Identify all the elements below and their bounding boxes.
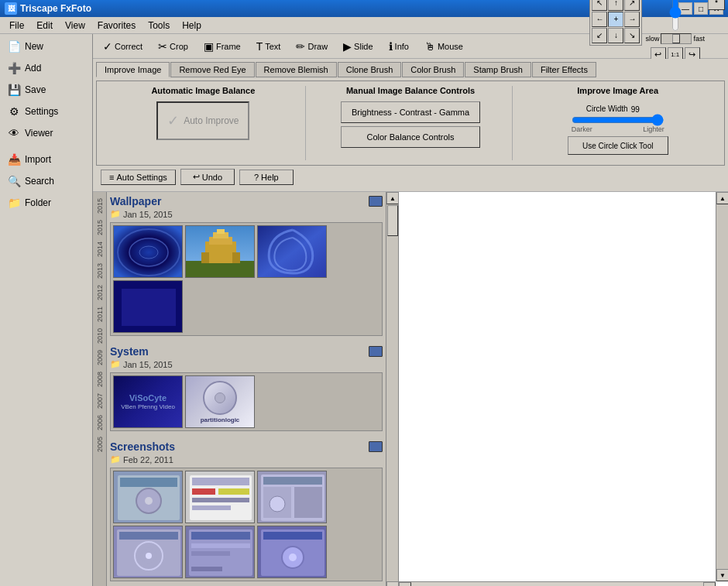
thumb-visocyte[interactable]: ViSoCyte VBen Pfenng Video	[113, 375, 183, 428]
group-icon-system[interactable]	[369, 346, 383, 357]
toolbar-draw[interactable]: ✏ Draw	[289, 36, 335, 57]
menu-favorites[interactable]: Favorites	[91, 19, 142, 33]
image-scroll-left[interactable]: ◄	[399, 582, 411, 587]
nav-center[interactable]: +	[608, 12, 623, 27]
group-icon-screenshots[interactable]	[369, 441, 383, 452]
svg-rect-25	[192, 498, 249, 502]
svg-point-38	[146, 553, 152, 559]
nav-grid: ↖ ↑ ↗ ← + → ↙ ↓ ↘	[592, 0, 640, 43]
sidebar-item-viewer[interactable]: 👁 Viewer	[2, 123, 91, 143]
toolbar-mouse[interactable]: 🖱 Mouse	[417, 36, 470, 57]
auto-settings-button[interactable]: ≡ Auto Settings	[101, 170, 176, 185]
toolbar-correct[interactable]: ✓ Correct	[96, 36, 149, 57]
panel-toggle[interactable]: ▪	[708, 0, 725, 10]
svg-rect-42	[191, 543, 250, 548]
sidebar-item-settings[interactable]: ⚙ Settings	[2, 101, 91, 122]
tab-remove-blemish[interactable]: Remove Blemish	[256, 62, 337, 77]
thumb-wallpaper-1[interactable]	[113, 225, 183, 278]
help-button[interactable]: ? Help	[239, 170, 294, 185]
speed-fast-label: fast	[693, 35, 705, 43]
year-labels: 2015 2015 2014 2013 2012 2011 2010 2009 …	[93, 192, 107, 586]
nav-upright[interactable]: ↗	[624, 0, 640, 11]
zoom-slider[interactable]	[670, 0, 681, 32]
nav-upleft[interactable]: ↖	[592, 0, 607, 11]
svg-rect-6	[205, 242, 236, 263]
thumb-ss3[interactable]	[257, 471, 327, 523]
sidebar-item-import[interactable]: 📥 Import	[2, 149, 91, 170]
sidebar-item-new[interactable]: 📄 New	[2, 36, 91, 57]
year-2005: 2005	[95, 434, 105, 455]
svg-point-32	[270, 496, 285, 512]
tab-remove-red-eye[interactable]: Remove Red Eye	[170, 62, 254, 77]
auto-title: Automatic Image Balance	[151, 86, 255, 95]
image-scroll-down[interactable]: ▼	[716, 569, 728, 581]
group-title-wallpaper: Wallpaper	[110, 195, 161, 207]
brightness-button[interactable]: Brightness - Contrast - Gamma	[341, 101, 480, 123]
sidebar-item-search[interactable]: 🔍 Search	[2, 171, 91, 191]
improve-title: Improve Image Area	[577, 86, 658, 95]
tab-filter-effects[interactable]: Filter Effects	[532, 62, 596, 77]
image-vtrack[interactable]	[716, 204, 728, 569]
group-date-screenshots: 📁 Feb 22, 2011	[110, 454, 383, 464]
year-2006: 2006	[95, 412, 105, 434]
image-scroll-right[interactable]: ►	[703, 582, 716, 587]
sidebar-item-folder[interactable]: 📁 Folder	[2, 193, 91, 213]
nav-downright[interactable]: ↘	[624, 28, 640, 43]
year-2007: 2007	[95, 390, 105, 412]
tab-stamp-brush[interactable]: Stamp Brush	[465, 62, 531, 77]
sidebar-item-save[interactable]: 💾 Save	[2, 80, 91, 100]
scroll-down-arrow[interactable]: ▼	[386, 581, 399, 586]
group-icon-wallpaper[interactable]	[369, 196, 383, 207]
nav-right[interactable]: →	[624, 12, 640, 27]
add-icon: ➕	[6, 60, 22, 76]
year-2015b: 2015	[95, 217, 105, 238]
toolbar-text[interactable]: T Text	[249, 36, 288, 57]
nav-up[interactable]: ↑	[608, 0, 623, 11]
thumb-ss1[interactable]	[113, 471, 183, 523]
thumb-wallpaper-2[interactable]	[185, 225, 255, 278]
thumb-ss6[interactable]	[257, 526, 327, 578]
tab-clone-brush[interactable]: Clone Brush	[338, 62, 402, 77]
thumb-wallpaper-3[interactable]	[257, 225, 327, 278]
menu-view[interactable]: View	[59, 19, 91, 33]
improve-section: Improve Image Area Circle Width 99 Darke…	[516, 86, 719, 160]
toolbar-crop[interactable]: ✂ Crop	[151, 36, 195, 57]
nav-left[interactable]: ←	[592, 12, 607, 27]
menu-edit[interactable]: Edit	[30, 19, 59, 33]
circle-width-slider[interactable]	[572, 115, 664, 125]
thumb-wallpaper-4[interactable]	[113, 280, 183, 333]
mouse-icon: 🖱	[424, 40, 435, 53]
toolbar: ✓ Correct ✂ Crop ▣ Frame T Text ✏ Draw ▶…	[93, 34, 728, 59]
toolbar-info[interactable]: ℹ Info	[382, 36, 416, 57]
speed-track[interactable]	[661, 33, 692, 44]
menu-tools[interactable]: Tools	[142, 19, 176, 33]
nav-downleft[interactable]: ↙	[592, 28, 607, 43]
gallery-group-screenshots: Screenshots 📁 Feb 22, 2011	[110, 440, 383, 581]
year-2010: 2010	[95, 325, 105, 347]
edit-content: Automatic Image Balance ✓ Auto Improve M…	[96, 81, 725, 166]
partition-art: partitionlogic	[186, 376, 254, 427]
gallery-scroll-area[interactable]: Wallpaper 📁 Jan 15, 2015	[107, 192, 386, 586]
menu-file[interactable]: File	[3, 19, 30, 33]
image-scroll-up[interactable]: ▲	[716, 192, 728, 204]
thumb-ss5[interactable]	[185, 526, 255, 578]
thumb-ss2[interactable]	[185, 471, 255, 523]
nav-down[interactable]: ↓	[608, 28, 623, 43]
svg-rect-41	[191, 532, 250, 540]
scroll-up-arrow[interactable]: ▲	[386, 192, 399, 204]
toolbar-frame[interactable]: ▣ Frame	[197, 36, 248, 57]
tab-improve-image[interactable]: Improve Image	[96, 62, 170, 77]
menu-help[interactable]: Help	[176, 19, 208, 33]
svg-rect-14	[122, 289, 176, 326]
tab-color-brush[interactable]: Color Brush	[402, 62, 464, 77]
auto-improve-button[interactable]: ✓ Auto Improve	[156, 101, 249, 140]
scroll-track[interactable]	[386, 204, 398, 581]
thumb-ss4[interactable]	[113, 526, 183, 578]
sidebar-item-add[interactable]: ➕ Add	[2, 58, 91, 78]
circle-click-tool[interactable]: Use Circle Click Tool	[568, 136, 668, 155]
color-balance-button[interactable]: Color Balance Controls	[341, 126, 480, 148]
thumb-partition[interactable]: partitionlogic	[185, 375, 255, 428]
undo-button[interactable]: ↩ Undo	[180, 169, 235, 185]
svg-rect-45	[191, 567, 222, 571]
toolbar-slide[interactable]: ▶ Slide	[336, 36, 379, 57]
